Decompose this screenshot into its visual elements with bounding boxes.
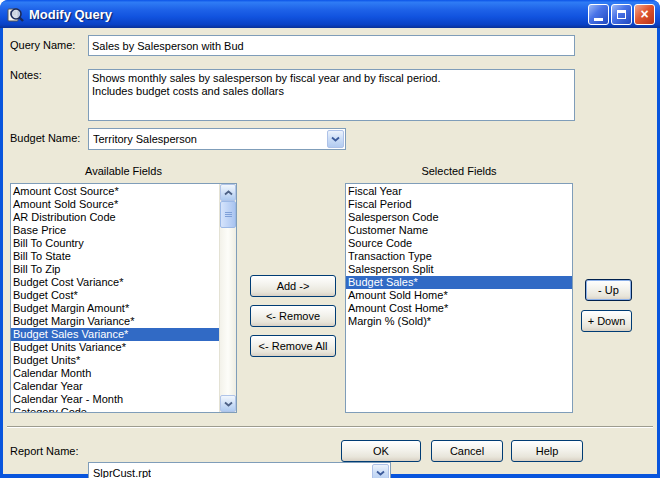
cancel-button[interactable]: Cancel: [431, 440, 503, 462]
modify-query-dialog: Modify Query × Query Name: Notes: Shows …: [0, 0, 660, 478]
selected-fields-list: Fiscal YearFiscal PeriodSalesperson Code…: [346, 184, 572, 412]
minimize-icon: [594, 18, 603, 21]
list-item[interactable]: Budget Margin Amount*: [11, 302, 219, 315]
list-item[interactable]: Salesperson Code: [346, 211, 572, 224]
query-name-input[interactable]: [88, 35, 575, 56]
maximize-button[interactable]: [611, 4, 632, 25]
remove-all-button[interactable]: <- Remove All: [250, 335, 336, 357]
list-item[interactable]: Base Price: [11, 224, 219, 237]
scroll-up-button[interactable]: [220, 184, 236, 201]
window-controls: ×: [588, 4, 655, 25]
titlebar[interactable]: Modify Query ×: [0, 0, 660, 28]
list-item[interactable]: Budget Cost*: [11, 289, 219, 302]
window-title: Modify Query: [29, 7, 588, 22]
add-button[interactable]: Add ->: [250, 275, 336, 297]
selected-fields-label: Selected Fields: [345, 165, 573, 177]
scrollbar-thumb[interactable]: [220, 201, 236, 228]
up-button[interactable]: - Up: [585, 279, 632, 301]
list-item[interactable]: Bill To Zip: [11, 263, 219, 276]
list-item[interactable]: AR Distribution Code: [11, 211, 219, 224]
list-item[interactable]: Budget Units*: [11, 354, 219, 367]
scroll-down-button[interactable]: [220, 395, 236, 412]
scrollbar-grip-icon: [225, 211, 232, 218]
list-item[interactable]: Calendar Year - Month: [11, 393, 219, 406]
budget-name-combobox[interactable]: Territory Salesperson: [88, 128, 346, 150]
separator: [7, 426, 653, 428]
list-item[interactable]: Bill To State: [11, 250, 219, 263]
chevron-down-icon[interactable]: [372, 464, 389, 478]
list-item[interactable]: Transaction Type: [346, 250, 572, 263]
available-fields-listbox[interactable]: Amount Cost Source*Amount Sold Source*AR…: [10, 183, 237, 413]
down-button[interactable]: + Down: [581, 310, 632, 332]
remove-button[interactable]: <- Remove: [250, 305, 336, 327]
list-item[interactable]: Calendar Month: [11, 367, 219, 380]
list-item[interactable]: Margin % (Sold)*: [346, 315, 572, 328]
maximize-icon: [617, 10, 626, 19]
chevron-down-icon[interactable]: [327, 130, 344, 148]
list-item[interactable]: Source Code: [346, 237, 572, 250]
list-item[interactable]: Fiscal Period: [346, 198, 572, 211]
list-item[interactable]: Budget Sales Variance*: [11, 328, 219, 341]
dialog-body: Query Name: Notes: Shows monthly sales b…: [3, 28, 657, 474]
available-fields-list: Amount Cost Source*Amount Sold Source*AR…: [11, 184, 219, 412]
list-item[interactable]: Budget Sales*: [346, 276, 572, 289]
list-item[interactable]: Amount Sold Home*: [346, 289, 572, 302]
close-button[interactable]: ×: [634, 4, 655, 25]
list-item[interactable]: Calendar Year: [11, 380, 219, 393]
list-item[interactable]: Bill To Country: [11, 237, 219, 250]
list-item[interactable]: Salesperson Split: [346, 263, 572, 276]
notes-label: Notes:: [10, 69, 42, 82]
available-fields-label: Available Fields: [10, 165, 237, 177]
help-button[interactable]: Help: [511, 440, 583, 462]
notes-input[interactable]: Shows monthly sales by salesperson by fi…: [88, 69, 575, 121]
list-item[interactable]: Category Code: [11, 406, 219, 412]
available-fields-scrollbar[interactable]: [219, 184, 236, 412]
scrollbar-track[interactable]: [220, 228, 236, 395]
budget-name-value: Territory Salesperson: [93, 133, 197, 145]
list-item[interactable]: Amount Sold Source*: [11, 198, 219, 211]
list-item[interactable]: Budget Margin Variance*: [11, 315, 219, 328]
report-name-label: Report Name:: [10, 445, 78, 458]
list-item[interactable]: Amount Cost Source*: [11, 185, 219, 198]
report-name-combobox[interactable]: SlprCust.rpt: [88, 462, 391, 478]
list-item[interactable]: Budget Cost Variance*: [11, 276, 219, 289]
close-icon: ×: [640, 7, 648, 21]
list-item[interactable]: Fiscal Year: [346, 185, 572, 198]
list-item[interactable]: Amount Cost Home*: [346, 302, 572, 315]
list-item[interactable]: Customer Name: [346, 224, 572, 237]
report-name-value: SlprCust.rpt: [93, 467, 151, 478]
query-magnifier-icon: [7, 5, 25, 23]
list-item[interactable]: Budget Units Variance*: [11, 341, 219, 354]
budget-name-label: Budget Name:: [10, 132, 80, 145]
ok-button[interactable]: OK: [341, 440, 421, 462]
minimize-button[interactable]: [588, 4, 609, 25]
selected-fields-listbox[interactable]: Fiscal YearFiscal PeriodSalesperson Code…: [345, 183, 573, 413]
query-name-label: Query Name:: [10, 39, 75, 52]
